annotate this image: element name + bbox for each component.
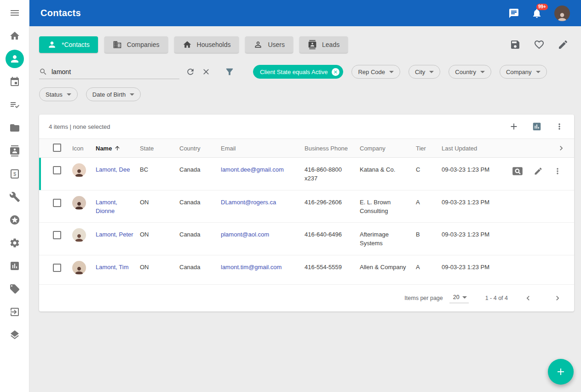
page-range-label: 1 - 4 of 4 [485,295,508,301]
tab-label: Households [197,41,231,48]
topbar: Contacts 99+ [29,0,581,26]
sidebar-item-tools[interactable] [0,185,29,208]
sidebar-item-favorites[interactable] [0,208,29,231]
more-options-button[interactable] [555,122,564,131]
table-row[interactable]: Lamont, Tim ON Canada lamont.tim@gmail.c… [39,255,574,285]
heart-icon [534,39,545,50]
search-input[interactable] [52,68,179,75]
applied-filter-label: Client State equals Active [260,69,328,75]
chat-icon [508,8,519,19]
contact-name-link[interactable]: Lamont, Tim [96,264,129,271]
contact-card-icon [9,145,20,156]
save-view-button[interactable] [510,39,521,50]
sidebar-item-tasks[interactable] [0,93,29,116]
remove-filter-button[interactable] [332,68,339,76]
table-row[interactable]: Lamont, Dionne ON Canada DLamont@rogers.… [39,190,574,223]
edit-contact-button[interactable] [534,167,543,176]
chevron-right-icon [557,144,566,153]
filter-chip-status[interactable]: Status [39,87,78,101]
row-checkbox[interactable] [53,199,61,207]
filter-chip-date-of-birth[interactable]: Date of Birth [86,87,141,101]
row-actions [515,190,569,198]
sidebar-item-invoices[interactable] [0,162,29,185]
reports-button[interactable] [532,121,542,132]
previous-page-button[interactable] [523,294,533,303]
notifications-button[interactable]: 99+ [531,8,542,19]
filter-chip-rep-code[interactable]: Rep Code [351,65,400,79]
sidebar-item-home[interactable] [0,24,29,47]
email-link[interactable]: plamont@aol.com [221,231,269,238]
search-box [39,64,179,79]
chevron-down-icon [429,71,434,73]
tab-label: *Contacts [62,41,90,48]
add-contact-fab[interactable] [548,359,574,385]
sidebar-item-sign-out[interactable] [0,300,29,323]
user-avatar[interactable] [554,6,570,21]
chevron-down-icon [480,71,485,73]
sidebar-item-tags[interactable] [0,277,29,300]
column-header-company[interactable]: Company [360,145,416,152]
email-link[interactable]: DLamont@rogers.ca [221,199,276,206]
sidebar-item-reports[interactable] [0,254,29,277]
tab-leads[interactable]: Leads [299,36,348,53]
chat-button[interactable] [508,8,519,19]
applied-filter-chip[interactable]: Client State equals Active [253,65,343,79]
clear-search-button[interactable] [201,67,211,76]
filter-chip-city[interactable]: City [408,65,440,79]
filter-button[interactable] [224,67,235,77]
page-size-value: 20 [453,294,460,300]
sidebar-item-contacts[interactable] [0,47,29,70]
page-size-select[interactable]: 20 [449,293,469,303]
row-checkbox[interactable] [53,231,61,239]
filter-row-2: Status Date of Birth [39,87,574,101]
column-header-email[interactable]: Email [221,145,305,152]
expand-columns-button[interactable] [557,144,569,153]
sidebar-item-folders[interactable] [0,116,29,139]
tab-users[interactable]: Users [245,36,293,53]
row-actions [515,255,569,263]
tab-companies[interactable]: Companies [104,36,168,53]
column-header-state[interactable]: State [140,145,179,152]
stars-icon [9,214,20,225]
sidebar-item-calendar[interactable] [0,70,29,93]
pencil-icon [558,39,569,50]
contact-name-link[interactable]: Lamont, Peter [96,231,133,238]
column-header-name[interactable]: Name [96,145,140,152]
person-icon [74,265,85,275]
column-header-icon[interactable]: Icon [72,145,96,152]
contact-name-link[interactable]: Lamont, Dionne [96,199,117,214]
preview-contact-button[interactable] [512,165,523,177]
row-checkbox[interactable] [53,166,61,174]
person-icon [74,167,85,177]
contact-name-link[interactable]: Lamont, Dee [96,166,130,173]
refresh-icon [186,67,195,76]
plus-icon [555,366,566,377]
column-header-country[interactable]: Country [179,145,221,152]
edit-view-button[interactable] [558,39,569,50]
row-more-button[interactable] [553,167,562,176]
filter-chip-company[interactable]: Company [500,65,547,79]
select-all-checkbox[interactable] [53,144,61,152]
filter-chip-country[interactable]: Country [449,65,491,79]
table-row[interactable]: Lamont, Dee BC Canada lamont.dee@gmail.c… [39,158,574,190]
column-header-phone[interactable]: Business Phone [305,145,360,152]
sidebar-item-contact-cards[interactable] [0,139,29,162]
sidebar-item-settings[interactable] [0,231,29,254]
sidebar-item-layers[interactable] [0,323,29,346]
add-contact-button[interactable] [509,121,519,132]
sidebar-menu-button[interactable] [0,1,29,24]
table-row[interactable]: Lamont, Peter ON Canada plamont@aol.com … [39,223,574,255]
tab-label: Companies [127,41,160,48]
column-header-updated[interactable]: Last Updated [442,145,515,152]
chip-label: Rep Code [358,69,385,75]
tab-households[interactable]: Households [174,36,239,53]
favorite-view-button[interactable] [534,39,545,50]
next-page-button[interactable] [553,294,562,303]
email-link[interactable]: lamont.tim@gmail.com [221,264,282,271]
column-header-tier[interactable]: Tier [416,145,442,152]
email-link[interactable]: lamont.dee@gmail.com [221,166,284,173]
tab-contacts[interactable]: *Contacts [39,36,98,53]
refresh-search-button[interactable] [186,67,195,76]
layers-icon [9,329,20,340]
row-checkbox[interactable] [53,264,61,272]
